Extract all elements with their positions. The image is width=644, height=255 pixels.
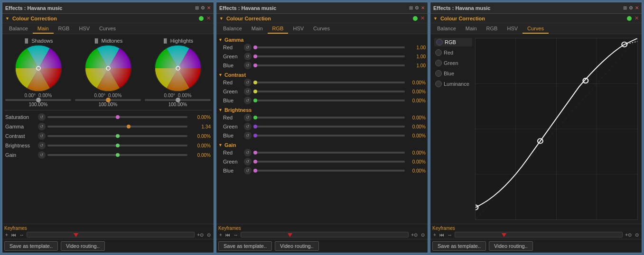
- section-close[interactable]: ✕: [206, 15, 211, 21]
- gain-blue-reset[interactable]: [244, 167, 252, 174]
- gamma-red-reset[interactable]: [244, 44, 252, 51]
- tab-curves[interactable]: Curves: [94, 24, 121, 34]
- gamma-reset[interactable]: [38, 123, 46, 130]
- contrast-red-track[interactable]: [253, 82, 405, 83]
- kf-nav-btn[interactable]: ↔: [19, 232, 25, 237]
- gear-icon[interactable]: ⚙: [201, 5, 205, 10]
- tab-hsv[interactable]: HSV: [74, 24, 94, 34]
- kf3-link-btn[interactable]: ⊙: [634, 232, 640, 237]
- brightness-red-reset[interactable]: [244, 114, 252, 121]
- gamma-tri[interactable]: ▼: [218, 37, 223, 42]
- gain-green-track[interactable]: [253, 161, 405, 163]
- contrast-tri[interactable]: ▼: [218, 73, 223, 77]
- collapse-triangle[interactable]: ▼: [5, 16, 9, 21]
- contrast-reset[interactable]: [38, 132, 46, 140]
- brightness-green-reset[interactable]: [244, 123, 252, 130]
- gamma-track[interactable]: [47, 126, 187, 128]
- kf-link-btn[interactable]: ⊙: [206, 232, 212, 237]
- tab2-hsv[interactable]: HSV: [288, 24, 308, 34]
- gain-track[interactable]: [47, 154, 187, 156]
- kf-track-1[interactable]: [27, 232, 195, 237]
- midtones-wheel-canvas[interactable]: [84, 45, 132, 92]
- layout-icon-2[interactable]: ⊞: [409, 5, 413, 10]
- gain-green-reset[interactable]: [244, 158, 252, 165]
- saturation-reset[interactable]: [38, 113, 46, 121]
- brightness-blue-reset[interactable]: [244, 132, 252, 139]
- tab3-hsv[interactable]: HSV: [502, 24, 523, 34]
- kf3-add2-btn[interactable]: +⊙: [624, 232, 633, 237]
- gear-icon-3[interactable]: ⚙: [629, 5, 633, 10]
- tab-rgb[interactable]: RGB: [54, 24, 75, 34]
- close-icon[interactable]: ✕: [207, 5, 211, 10]
- curves-graph[interactable]: [475, 38, 638, 220]
- gamma-red-track[interactable]: [253, 46, 405, 48]
- kf-prev-btn[interactable]: ⏮: [10, 232, 17, 237]
- kf3-nav-btn[interactable]: ↔: [447, 232, 453, 237]
- close-icon-2[interactable]: ✕: [421, 5, 425, 10]
- brightness-track[interactable]: [47, 145, 187, 146]
- gamma-green-reset[interactable]: [244, 53, 252, 60]
- contrast-blue-reset[interactable]: [244, 97, 252, 104]
- channel-red[interactable]: Red: [434, 48, 472, 57]
- channel-luminance[interactable]: Luminance: [434, 80, 472, 88]
- highlights-wheel-canvas[interactable]: [154, 45, 202, 92]
- collapse-triangle-3[interactable]: ▼: [433, 16, 438, 21]
- contrast-track[interactable]: [47, 135, 187, 137]
- kf2-prev-btn[interactable]: ⏮: [224, 232, 231, 237]
- gear-icon-2[interactable]: ⚙: [415, 5, 419, 10]
- save-template-btn-3[interactable]: Save as template..: [432, 241, 486, 251]
- save-template-btn-1[interactable]: Save as template..: [4, 241, 58, 251]
- tab2-rgb[interactable]: RGB: [268, 24, 289, 34]
- gain-blue-track[interactable]: [253, 170, 405, 172]
- brightness-reset[interactable]: [38, 142, 46, 149]
- contrast-green-track[interactable]: [253, 91, 405, 92]
- tab3-balance[interactable]: Balance: [432, 24, 461, 34]
- video-routing-btn-2[interactable]: Video routing..: [275, 241, 319, 251]
- contrast-blue-track[interactable]: [253, 100, 405, 101]
- tab-main[interactable]: Main: [33, 24, 54, 34]
- gamma-green-track[interactable]: [253, 55, 405, 57]
- video-routing-btn-3[interactable]: Video routing..: [489, 241, 533, 251]
- channel-green[interactable]: Green: [434, 59, 472, 67]
- section-close-3[interactable]: ✕: [635, 15, 639, 21]
- brightness-tri[interactable]: ▼: [218, 108, 223, 112]
- saturation-track[interactable]: [47, 116, 187, 118]
- contrast-red-reset[interactable]: [244, 79, 252, 86]
- tab2-balance[interactable]: Balance: [218, 24, 247, 34]
- brightness-red-track[interactable]: [253, 117, 405, 118]
- gamma-blue-track[interactable]: [253, 64, 405, 66]
- layout-icon-3[interactable]: ⊞: [623, 5, 627, 10]
- channel-blue[interactable]: Blue: [434, 69, 472, 78]
- kf2-link-btn[interactable]: ⊙: [420, 232, 426, 237]
- gain-red-reset[interactable]: [244, 149, 252, 156]
- video-routing-btn-1[interactable]: Video routing..: [61, 241, 105, 251]
- tab3-rgb[interactable]: RGB: [482, 24, 503, 34]
- tab2-main[interactable]: Main: [247, 24, 268, 34]
- tab-balance[interactable]: Balance: [4, 24, 33, 34]
- save-template-btn-2[interactable]: Save as template..: [218, 241, 272, 251]
- brightness-blue-track[interactable]: [253, 135, 405, 137]
- gamma-blue-reset[interactable]: [244, 62, 252, 69]
- kf3-add-btn[interactable]: +: [432, 232, 437, 237]
- gain-reset[interactable]: [38, 151, 46, 159]
- kf-track-3[interactable]: [455, 232, 623, 237]
- highlights-slider[interactable]: [144, 99, 212, 101]
- shadows-slider[interactable]: [4, 99, 72, 101]
- tab3-curves[interactable]: Curves: [523, 24, 549, 34]
- shadows-wheel-canvas[interactable]: [15, 45, 62, 92]
- gain-red-track[interactable]: [253, 152, 405, 154]
- close-icon-3[interactable]: ✕: [635, 5, 639, 10]
- tab3-main[interactable]: Main: [461, 24, 482, 34]
- kf2-add-btn[interactable]: +: [218, 232, 223, 237]
- kf2-add2-btn[interactable]: +⊙: [410, 232, 419, 237]
- collapse-triangle-2[interactable]: ▼: [219, 16, 224, 21]
- kf-add2-btn[interactable]: +⊙: [196, 232, 205, 237]
- kf-track-2[interactable]: [241, 232, 409, 237]
- tab2-curves[interactable]: Curves: [308, 24, 335, 34]
- kf3-prev-btn[interactable]: ⏮: [439, 232, 445, 237]
- section-close-2[interactable]: ✕: [420, 15, 425, 21]
- gain-tri[interactable]: ▼: [218, 143, 223, 147]
- kf2-nav-btn[interactable]: ↔: [233, 232, 239, 237]
- contrast-green-reset[interactable]: [244, 88, 252, 95]
- brightness-green-track[interactable]: [253, 126, 405, 128]
